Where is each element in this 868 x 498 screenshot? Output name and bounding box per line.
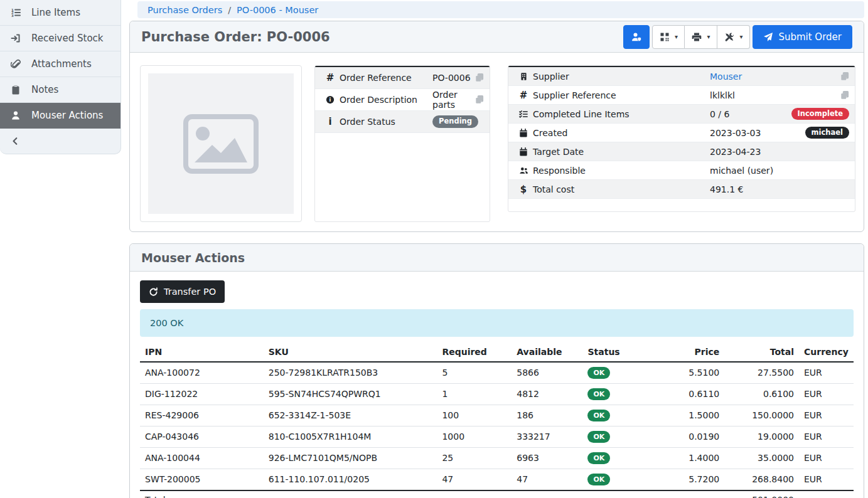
status-badge: Pending	[432, 115, 478, 128]
supplier-link[interactable]: Mouser	[710, 72, 742, 82]
sidebar-item-received-stock[interactable]: Received Stock	[0, 26, 121, 51]
detail-row-created: Created 2023-03-03 michael	[508, 124, 855, 142]
copy-icon[interactable]	[840, 72, 849, 81]
col-header-currency: Currency	[799, 343, 854, 362]
list-ol-icon	[10, 8, 21, 18]
col-header-sku: SKU	[264, 343, 437, 362]
order-panel-header: Purchase Order: PO-0006 ▾ ▾ ▾	[130, 21, 864, 53]
building-icon	[514, 72, 533, 81]
users-icon	[514, 166, 533, 175]
user-badge: michael	[805, 127, 849, 139]
ok-badge: OK	[587, 452, 610, 464]
ok-badge: OK	[587, 474, 610, 485]
table-row: ANA-100044 926-LMC7101QM5/NOPB 25 6963 O…	[140, 448, 854, 469]
caret-down-icon: ▾	[707, 34, 710, 40]
total-label: Total	[140, 490, 264, 498]
info-icon: i	[321, 116, 340, 127]
user-icon	[10, 110, 21, 120]
supplier-details-card: Supplier Mouser # Supplier Reference lkl…	[508, 65, 855, 212]
copy-icon[interactable]	[475, 95, 484, 104]
detail-row-order-reference: # Order Reference PO-0006	[315, 67, 490, 89]
actions-panel-title: Mouser Actions	[141, 251, 245, 265]
sidebar-item-label: Attachments	[31, 58, 92, 70]
table-row: CAP-043046 810-C1005X7R1H104M 1000 33321…	[140, 426, 854, 448]
caret-down-icon: ▾	[675, 34, 678, 40]
info-circle-icon	[321, 95, 340, 104]
chevron-left-icon	[11, 137, 20, 146]
detail-row-supplier: Supplier Mouser	[508, 67, 855, 86]
caret-down-icon: ▾	[739, 34, 742, 40]
col-header-ipn: IPN	[140, 343, 264, 362]
admin-button[interactable]	[623, 25, 650, 49]
order-actions-group: ▾ ▾ ▾	[652, 25, 750, 49]
sidebar-item-label: Received Stock	[31, 33, 104, 44]
breadcrumb-link-purchase-orders[interactable]: Purchase Orders	[147, 5, 222, 15]
calendar-icon	[514, 129, 533, 137]
detail-row-target-date: Target Date 2023-04-23	[508, 142, 855, 161]
tools-icon	[724, 32, 734, 42]
table-header-row: IPN SKU Required Available Status Price …	[140, 343, 854, 362]
order-image-card[interactable]	[140, 65, 302, 222]
mouser-line-items-table: IPN SKU Required Available Status Price …	[140, 343, 854, 498]
dollar-icon: $	[514, 184, 533, 195]
qr-code-icon	[660, 32, 670, 42]
barcode-actions-button[interactable]: ▾	[652, 25, 685, 49]
clipboard-icon	[10, 85, 21, 95]
copy-icon[interactable]	[840, 91, 849, 100]
refresh-icon	[149, 287, 158, 297]
detail-row-completed-line-items: Completed Line Items 0 / 6 Incomplete	[508, 105, 855, 124]
sidebar-item-line-items[interactable]: Line Items	[0, 0, 121, 26]
transfer-po-button[interactable]: Transfer PO	[140, 280, 225, 303]
ok-badge: OK	[587, 367, 610, 379]
paperclip-icon	[10, 59, 21, 69]
col-header-available: Available	[512, 343, 582, 362]
actions-panel-header: Mouser Actions	[130, 244, 864, 272]
detail-row-order-description: Order Description Order parts	[315, 89, 490, 111]
sidebar-item-label: Line Items	[31, 7, 80, 18]
calendar-icon	[514, 147, 533, 156]
user-shield-icon	[631, 32, 641, 42]
table-total-row: Total 501.0000	[140, 490, 854, 498]
submit-order-button[interactable]: Submit Order	[753, 25, 852, 49]
sidebar-item-attachments[interactable]: Attachments	[0, 51, 121, 77]
copy-icon[interactable]	[475, 73, 484, 82]
detail-row-order-status: i Order Status Pending	[315, 111, 490, 133]
ok-badge: OK	[587, 388, 610, 400]
print-actions-button[interactable]: ▾	[685, 25, 717, 49]
hash-icon: #	[514, 90, 533, 101]
sidebar: Line Items Received Stock Attachments No…	[0, 0, 121, 154]
ok-badge: OK	[587, 410, 610, 421]
printer-icon	[692, 32, 702, 42]
total-value: 501.0000	[724, 490, 799, 498]
table-row: SWT-200005 611-110.107.011/0205 47 47 OK…	[140, 469, 854, 491]
page-title: Purchase Order: PO-0006	[141, 29, 330, 45]
image-placeholder	[148, 73, 294, 214]
status-alert: 200 OK	[140, 309, 854, 337]
purchase-order-panel: Purchase Order: PO-0006 ▾ ▾ ▾	[129, 21, 864, 232]
col-header-total: Total	[724, 343, 799, 362]
hash-icon: #	[321, 72, 340, 83]
breadcrumb: Purchase Orders / PO-0006 - Mouser	[137, 1, 864, 18]
sidebar-item-mouser-actions[interactable]: Mouser Actions	[0, 103, 121, 129]
picture-icon	[183, 114, 259, 174]
sidebar-collapse-button[interactable]	[0, 129, 121, 154]
detail-row-supplier-reference: # Supplier Reference lklklkl	[508, 86, 855, 105]
col-header-price: Price	[650, 343, 724, 362]
table-row: RES-429006 652-3314Z-1-503E 100 186 OK 1…	[140, 405, 854, 426]
breadcrumb-separator: /	[228, 5, 231, 15]
order-details-card: # Order Reference PO-0006 Order Descript…	[314, 65, 490, 222]
detail-row-total-cost: $ Total cost 491.1 €	[508, 180, 855, 199]
order-toolbar: ▾ ▾ ▾ Submit Order	[623, 25, 852, 49]
breadcrumb-link-current[interactable]: PO-0006 - Mouser	[237, 5, 318, 15]
table-row: DIG-112022 595-SN74HCS74QPWRQ1 1 4812 OK…	[140, 384, 854, 405]
incomplete-badge: Incomplete	[791, 108, 849, 120]
mouser-actions-panel: Mouser Actions Transfer PO 200 OK IPN SK…	[129, 243, 864, 498]
sign-in-icon	[10, 33, 21, 43]
detail-row-responsible: Responsible michael (user)	[508, 161, 855, 180]
paper-plane-icon	[763, 32, 773, 42]
tools-actions-button[interactable]: ▾	[717, 25, 750, 49]
ok-badge: OK	[587, 431, 610, 443]
col-header-status: Status	[582, 343, 650, 362]
sidebar-item-notes[interactable]: Notes	[0, 77, 121, 103]
table-row: ANA-100072 250-72981KLRATR150B3 5 5866 O…	[140, 362, 854, 384]
